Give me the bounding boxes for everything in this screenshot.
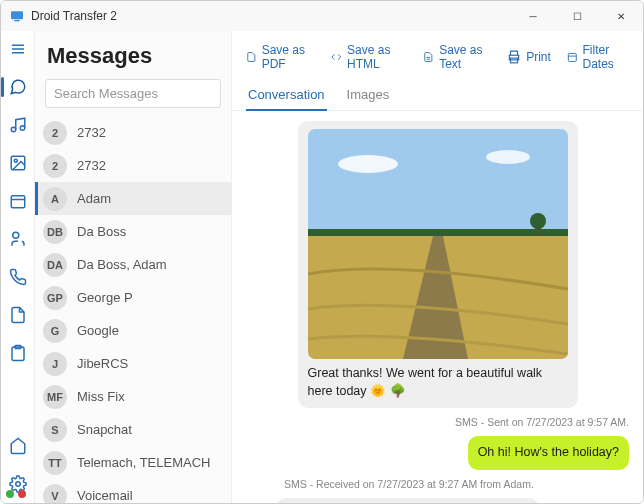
window-title: Droid Transfer 2 (31, 9, 117, 23)
threads-pane: Messages 2273222732AAdamDBDa BossDADa Bo… (35, 31, 232, 503)
thread-name: George P (77, 290, 133, 305)
thread-item[interactable]: MFMiss Fix (35, 380, 231, 413)
save-pdf-button[interactable]: Save as PDF (246, 43, 315, 71)
svg-rect-0 (11, 11, 23, 19)
thread-item[interactable]: DBDa Boss (35, 215, 231, 248)
messages-nav-icon[interactable] (9, 78, 27, 96)
tab-images[interactable]: Images (345, 81, 392, 110)
thread-item[interactable]: 22732 (35, 116, 231, 149)
thread-avatar: S (43, 418, 67, 442)
outgoing-message: Oh hi! How's the holiday? (468, 436, 629, 470)
thread-avatar: MF (43, 385, 67, 409)
app-icon (9, 8, 25, 24)
title-bar: Droid Transfer 2 ─ ☐ ✕ (1, 1, 643, 31)
print-label: Print (526, 50, 551, 64)
svg-rect-19 (568, 53, 576, 61)
page-title: Messages (47, 43, 219, 69)
status-indicators (6, 490, 26, 498)
search-input[interactable] (45, 79, 221, 108)
thread-avatar: DB (43, 220, 67, 244)
print-button[interactable]: Print (507, 43, 551, 71)
thread-item[interactable]: TTTelemach, TELEMACH (35, 446, 231, 479)
svg-rect-24 (308, 229, 568, 236)
thread-name: Da Boss (77, 224, 126, 239)
thread-avatar: V (43, 484, 67, 504)
thread-name: Da Boss, Adam (77, 257, 167, 272)
nav-rail (1, 31, 35, 503)
svg-point-8 (14, 159, 17, 162)
calendar-nav-icon[interactable] (9, 192, 27, 210)
thread-item[interactable]: SSnapchat (35, 413, 231, 446)
thread-name: Snapchat (77, 422, 132, 437)
thread-item[interactable]: VVoicemail (35, 479, 231, 503)
svg-point-22 (338, 155, 398, 173)
svg-point-5 (11, 127, 16, 132)
sent-meta: SMS - Sent on 7/27/2023 at 9:57 AM. (455, 416, 629, 428)
maximize-button[interactable]: ☐ (555, 1, 599, 31)
thread-avatar: 2 (43, 121, 67, 145)
device-nav-icon[interactable] (9, 437, 27, 455)
content-pane: Save as PDF Save as HTML Save as Text Pr… (232, 31, 643, 503)
status-dot-green (6, 490, 14, 498)
status-dot-red (18, 490, 26, 498)
clipboard-nav-icon[interactable] (9, 344, 27, 362)
thread-avatar: G (43, 319, 67, 343)
thread-item[interactable]: JJibeRCS (35, 347, 231, 380)
contacts-nav-icon[interactable] (9, 230, 27, 248)
photos-nav-icon[interactable] (9, 154, 27, 172)
svg-point-14 (15, 482, 20, 487)
thread-avatar: J (43, 352, 67, 376)
calls-nav-icon[interactable] (9, 268, 27, 286)
thread-name: 2732 (77, 158, 106, 173)
close-button[interactable]: ✕ (599, 1, 643, 31)
thread-name: Adam (77, 191, 111, 206)
svg-point-26 (530, 213, 546, 229)
incoming-message-with-photo: Great thanks! We went for a beautiful wa… (298, 121, 578, 408)
thread-item[interactable]: AAdam (35, 182, 231, 215)
attached-photo[interactable] (308, 129, 568, 359)
save-text-label: Save as Text (439, 43, 491, 71)
thread-item[interactable]: 22732 (35, 149, 231, 182)
files-nav-icon[interactable] (9, 306, 27, 324)
thread-name: 2732 (77, 125, 106, 140)
thread-avatar: DA (43, 253, 67, 277)
thread-item[interactable]: GGoogle (35, 314, 231, 347)
thread-name: Google (77, 323, 119, 338)
thread-name: Voicemail (77, 488, 133, 503)
svg-rect-1 (14, 20, 19, 21)
svg-point-11 (12, 232, 18, 238)
thread-item[interactable]: DADa Boss, Adam (35, 248, 231, 281)
save-html-button[interactable]: Save as HTML (331, 43, 407, 71)
incoming-message: Hi mate, it's Adam. Long time, no speak!… (276, 498, 539, 504)
thread-avatar: A (43, 187, 67, 211)
save-text-button[interactable]: Save as Text (423, 43, 491, 71)
svg-point-6 (20, 126, 25, 131)
music-nav-icon[interactable] (9, 116, 27, 134)
filter-dates-button[interactable]: Filter Dates (567, 43, 629, 71)
menu-icon[interactable] (9, 40, 27, 58)
svg-rect-9 (11, 196, 25, 208)
incoming-message-text: Great thanks! We went for a beautiful wa… (308, 366, 543, 398)
received-meta: SMS - Received on 7/27/2023 at 9:27 AM f… (246, 478, 534, 490)
thread-avatar: 2 (43, 154, 67, 178)
thread-avatar: TT (43, 451, 67, 475)
tab-conversation[interactable]: Conversation (246, 81, 327, 110)
thread-name: JibeRCS (77, 356, 128, 371)
thread-item[interactable]: GPGeorge P (35, 281, 231, 314)
save-pdf-label: Save as PDF (262, 43, 316, 71)
save-html-label: Save as HTML (347, 43, 407, 71)
filter-dates-label: Filter Dates (582, 43, 629, 71)
thread-avatar: GP (43, 286, 67, 310)
svg-point-23 (486, 150, 530, 164)
thread-name: Miss Fix (77, 389, 125, 404)
minimize-button[interactable]: ─ (511, 1, 555, 31)
thread-name: Telemach, TELEMACH (77, 455, 210, 470)
conversation-view: Great thanks! We went for a beautiful wa… (232, 111, 643, 503)
